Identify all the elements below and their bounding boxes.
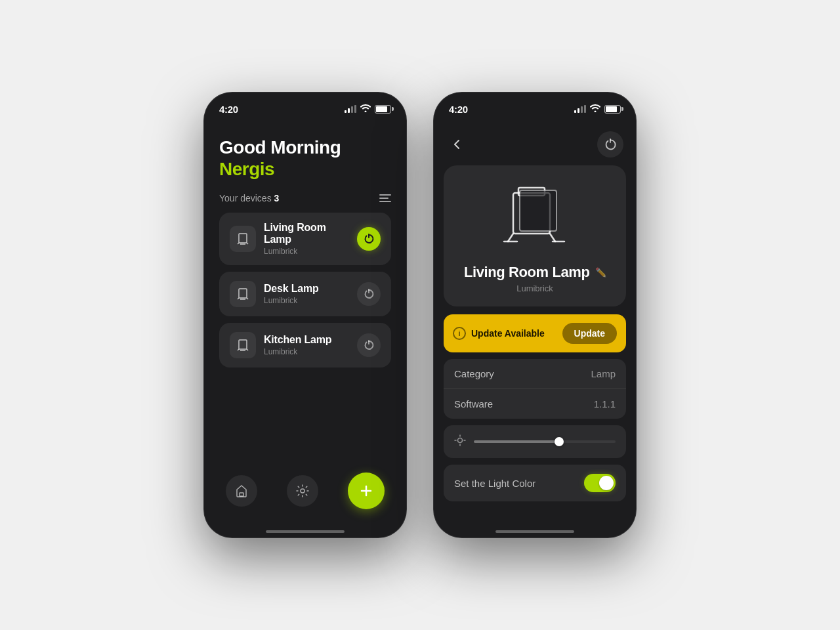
device-name-kitchen: Kitchen Lamp	[264, 334, 349, 346]
device-info-card: Category Lamp Software 1.1.1	[444, 359, 626, 419]
power-button-living-room[interactable]	[357, 227, 381, 251]
device-hero-name: Living Room Lamp ✏️	[464, 264, 606, 281]
svg-line-5	[238, 298, 239, 299]
svg-rect-0	[239, 234, 247, 243]
devices-count: 3	[274, 193, 280, 203]
device-hero-brand: Lumibrick	[516, 284, 553, 293]
device-list: Living Room Lamp Lumibrick	[219, 213, 391, 472]
device-brand-kitchen: Lumibrick	[264, 347, 349, 356]
light-color-toggle[interactable]	[584, 474, 616, 492]
bottom-nav	[219, 472, 391, 522]
svg-rect-22	[520, 190, 556, 231]
svg-point-13	[301, 489, 304, 493]
add-device-button[interactable]	[348, 472, 385, 509]
status-time-1: 4:20	[219, 104, 238, 115]
svg-rect-12	[240, 493, 243, 496]
svg-rect-8	[239, 340, 247, 349]
device-info-living-room: Living Room Lamp Lumibrick	[264, 222, 349, 256]
device-info-kitchen: Kitchen Lamp Lumibrick	[264, 334, 349, 356]
device-item-desk[interactable]: Desk Lamp Lumibrick	[219, 272, 391, 316]
update-left: i Update Available	[453, 327, 545, 340]
category-label: Category	[454, 368, 494, 379]
software-value: 1.1.1	[594, 398, 616, 410]
power-button-desk[interactable]	[357, 282, 381, 306]
screen2-content: Living Room Lamp ✏️ Lumibrick i Update A…	[433, 121, 637, 538]
wifi-icon-1	[360, 104, 371, 114]
update-button[interactable]: Update	[562, 323, 617, 344]
svg-line-18	[508, 234, 513, 242]
update-info-icon: i	[453, 327, 466, 340]
update-banner-text: Update Available	[471, 328, 545, 339]
device-brand-desk: Lumibrick	[264, 296, 349, 305]
status-bar-1: 4:20	[203, 92, 407, 121]
device-item-living-room[interactable]: Living Room Lamp Lumibrick	[219, 213, 391, 265]
svg-rect-4	[239, 289, 247, 298]
svg-line-19	[550, 234, 555, 242]
brightness-icon	[454, 434, 466, 449]
svg-line-10	[247, 349, 248, 350]
device-icon-desk	[230, 281, 256, 307]
screen1-content: Good Morning Nergis Your devices 3	[203, 121, 407, 538]
light-color-label: Set the Light Color	[454, 478, 536, 489]
battery-icon-2	[604, 105, 621, 114]
signal-icon-1	[345, 105, 356, 113]
greeting-name: Nergis	[219, 159, 391, 180]
power-button-kitchen[interactable]	[357, 333, 381, 357]
greeting-text: Good Morning	[219, 136, 391, 159]
device-name-living-room: Living Room Lamp	[264, 222, 349, 245]
home-nav-button[interactable]	[226, 475, 257, 507]
category-value: Lamp	[591, 368, 616, 379]
back-button[interactable]	[446, 134, 467, 155]
home-bar-2	[495, 530, 574, 533]
device-name-desk: Desk Lamp	[264, 283, 349, 295]
device-icon-kitchen	[230, 332, 256, 358]
light-color-row: Set the Light Color	[444, 465, 626, 501]
status-icons-2	[574, 104, 621, 114]
brightness-control	[444, 425, 626, 458]
device-info-desk: Desk Lamp Lumibrick	[264, 283, 349, 305]
toggle-thumb	[599, 476, 614, 490]
signal-icon-2	[574, 105, 586, 113]
phone-screen-1: 4:20 Good Morning Nergis Your devices 3	[203, 92, 407, 538]
svg-point-23	[458, 438, 463, 443]
wifi-icon-2	[590, 104, 600, 114]
device-icon-living-room	[230, 226, 256, 252]
status-icons-1	[345, 104, 391, 114]
category-row: Category Lamp	[444, 359, 626, 388]
device-hero-card: Living Room Lamp ✏️ Lumibrick	[444, 165, 626, 306]
status-time-2: 4:20	[449, 104, 468, 115]
software-row: Software 1.1.1	[444, 388, 626, 419]
home-bar-1	[266, 530, 345, 533]
list-view-toggle[interactable]	[379, 194, 391, 202]
detail-power-button[interactable]	[597, 131, 623, 158]
settings-nav-button[interactable]	[287, 475, 318, 507]
status-bar-2: 4:20	[433, 92, 637, 121]
update-banner: i Update Available Update	[444, 314, 626, 352]
svg-line-9	[238, 349, 239, 350]
detail-header	[433, 126, 637, 165]
greeting-section: Good Morning Nergis	[219, 126, 391, 193]
svg-line-1	[238, 243, 239, 244]
devices-header: Your devices 3	[219, 193, 391, 203]
brightness-slider[interactable]	[474, 440, 616, 443]
device-item-kitchen[interactable]: Kitchen Lamp Lumibrick	[219, 323, 391, 368]
software-label: Software	[454, 398, 493, 410]
battery-icon-1	[375, 105, 391, 114]
phone-screen-2: 4:20	[433, 92, 637, 538]
svg-line-6	[247, 298, 248, 299]
devices-label: Your devices 3	[219, 193, 279, 203]
svg-line-2	[247, 243, 248, 244]
edit-device-name-icon[interactable]: ✏️	[595, 267, 606, 278]
device-brand-living-room: Lumibrick	[264, 247, 349, 256]
